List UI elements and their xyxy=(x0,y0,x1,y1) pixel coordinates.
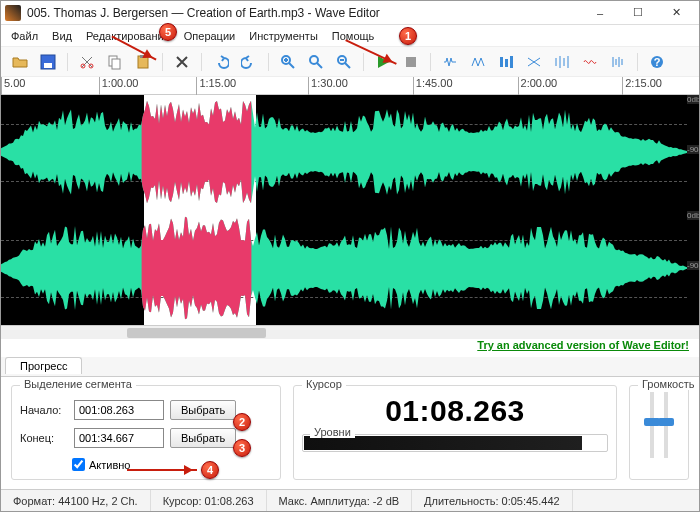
cursor-title: Курсор xyxy=(302,378,346,390)
effect-4-icon[interactable] xyxy=(523,51,545,73)
separator xyxy=(637,53,638,71)
redo-icon[interactable] xyxy=(238,51,260,73)
stop-icon[interactable] xyxy=(400,51,422,73)
effect-5-icon[interactable] xyxy=(551,51,573,73)
menu-tools[interactable]: Инструменты xyxy=(249,30,318,42)
menu-view[interactable]: Вид xyxy=(52,30,72,42)
help-icon[interactable]: ? xyxy=(646,51,668,73)
delete-icon[interactable] xyxy=(171,51,193,73)
levels-title: Уровни xyxy=(310,426,355,438)
cursor-box: Курсор 01:08.263 Уровни xyxy=(293,385,617,480)
advert-link[interactable]: Try an advanced version of Wave Editor! xyxy=(477,339,689,351)
volume-title: Громкость xyxy=(638,378,698,390)
effect-7-icon[interactable] xyxy=(607,51,629,73)
start-label: Начало: xyxy=(20,404,68,416)
ruler-tick: 1:00.00 xyxy=(99,77,139,95)
svg-rect-12 xyxy=(500,57,503,67)
undo-icon[interactable] xyxy=(210,51,232,73)
svg-rect-5 xyxy=(112,59,120,69)
annotation-4: 4 xyxy=(201,461,219,479)
end-input[interactable] xyxy=(74,428,164,448)
effect-3-icon[interactable] xyxy=(495,51,517,73)
pick-start-button[interactable]: Выбрать xyxy=(170,400,236,420)
pick-end-button[interactable]: Выбрать xyxy=(170,428,236,448)
segment-title: Выделение сегмента xyxy=(20,378,136,390)
menu-ops[interactable]: Операции xyxy=(184,30,235,42)
end-label: Конец: xyxy=(20,432,68,444)
active-checkbox[interactable] xyxy=(72,458,85,471)
status-bar: Формат: 44100 Hz, 2 Ch. Курсор: 01:08.26… xyxy=(1,489,699,511)
ruler-tick: 1:30.00 xyxy=(308,77,348,95)
separator xyxy=(162,53,163,71)
tab-progress[interactable]: Прогресс xyxy=(5,357,82,374)
title-bar: 005. Thomas J. Bergersen — Creation of E… xyxy=(1,1,699,25)
waveform-area[interactable]: 0db -90db 0db -90db xyxy=(1,95,699,325)
db-label: -90db xyxy=(687,145,699,154)
annotation-5: 5 xyxy=(159,23,177,41)
close-button[interactable]: ✕ xyxy=(657,3,695,23)
separator xyxy=(201,53,202,71)
status-cursor: Курсор: 01:08.263 xyxy=(151,490,267,511)
window-title: 005. Thomas J. Bergersen — Creation of E… xyxy=(27,6,581,20)
separator xyxy=(67,53,68,71)
db-label: 0db xyxy=(687,211,699,220)
annotation-2: 2 xyxy=(233,413,251,431)
time-ruler[interactable]: 5.00 1:00.00 1:15.00 1:30.00 1:45.00 2:0… xyxy=(1,77,699,95)
ruler-tick: 5.00 xyxy=(1,77,25,95)
volume-box: Громкость xyxy=(629,385,689,480)
maximize-button[interactable]: ☐ xyxy=(619,3,657,23)
volume-slider[interactable] xyxy=(650,392,654,458)
bottom-panels: Выделение сегмента Начало: Выбрать Конец… xyxy=(1,377,699,484)
svg-rect-11 xyxy=(406,57,416,67)
active-label: Активно xyxy=(89,459,131,471)
status-duration: Длительность: 0:05:45.442 xyxy=(412,490,573,511)
menu-help[interactable]: Помощь xyxy=(332,30,375,42)
svg-rect-14 xyxy=(510,56,513,68)
svg-rect-1 xyxy=(44,63,52,68)
menu-file[interactable]: Файл xyxy=(11,30,38,42)
ruler-tick: 2:00.00 xyxy=(518,77,558,95)
horizontal-scrollbar[interactable] xyxy=(1,325,699,339)
channel-left xyxy=(1,95,687,209)
open-icon[interactable] xyxy=(9,51,31,73)
db-label: 0db xyxy=(687,95,699,104)
db-label: -90db xyxy=(687,261,699,270)
cut-icon[interactable] xyxy=(76,51,98,73)
separator xyxy=(363,53,364,71)
svg-text:?: ? xyxy=(654,56,661,68)
minimize-button[interactable]: – xyxy=(581,3,619,23)
separator xyxy=(268,53,269,71)
copy-icon[interactable] xyxy=(104,51,126,73)
status-format: Формат: 44100 Hz, 2 Ch. xyxy=(1,490,151,511)
separator xyxy=(430,53,431,71)
svg-rect-13 xyxy=(505,59,508,67)
annotation-1: 1 xyxy=(399,27,417,45)
status-amp: Макс. Амплитуда: -2 dB xyxy=(267,490,413,511)
effect-1-icon[interactable] xyxy=(439,51,461,73)
save-icon[interactable] xyxy=(37,51,59,73)
start-input[interactable] xyxy=(74,400,164,420)
ruler-tick: 2:15.00 xyxy=(622,77,662,95)
toolbar: ? xyxy=(1,47,699,77)
annotation-arrow xyxy=(127,469,197,471)
advert-bar: Try an advanced version of Wave Editor! xyxy=(1,339,699,357)
app-icon xyxy=(5,5,21,21)
zoom-in-icon[interactable] xyxy=(277,51,299,73)
ruler-tick: 1:15.00 xyxy=(196,77,236,95)
effect-6-icon[interactable] xyxy=(579,51,601,73)
annotation-3: 3 xyxy=(233,439,251,457)
segment-box: Выделение сегмента Начало: Выбрать Конец… xyxy=(11,385,281,480)
svg-point-9 xyxy=(310,56,318,64)
zoom-fit-icon[interactable] xyxy=(305,51,327,73)
ruler-tick: 1:45.00 xyxy=(413,77,453,95)
menu-edit[interactable]: Редактирование xyxy=(86,30,170,42)
channel-right xyxy=(1,211,687,325)
zoom-out-icon[interactable] xyxy=(333,51,355,73)
scrollbar-thumb[interactable] xyxy=(127,328,267,338)
tab-row: Прогресс xyxy=(1,357,699,377)
effect-2-icon[interactable] xyxy=(467,51,489,73)
balance-slider[interactable] xyxy=(664,392,668,458)
